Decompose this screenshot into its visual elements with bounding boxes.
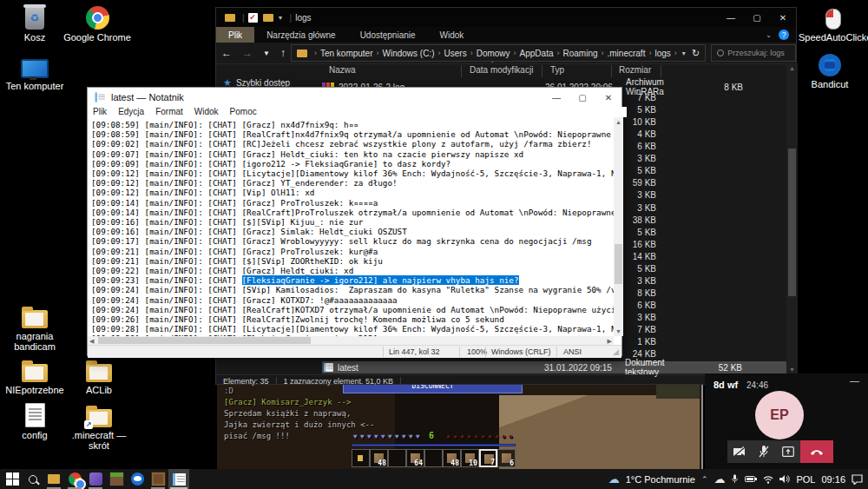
share-screen-button[interactable] <box>776 440 800 463</box>
addressbar-chevron-icon[interactable]: ▼ <box>681 50 687 56</box>
column-divider[interactable] <box>611 65 612 77</box>
scroll-left-icon[interactable]: ◀ <box>89 338 94 345</box>
checkmark-icon[interactable]: ✔ <box>248 13 258 23</box>
menu-edycja[interactable]: Edycja <box>118 107 144 117</box>
minimize-button[interactable]: — <box>718 8 744 27</box>
taskbar-search-button[interactable] <box>23 469 43 489</box>
hotbar-slot[interactable]: 10 <box>461 449 479 467</box>
column-header-nazwa[interactable]: Nazwa <box>329 65 356 75</box>
hotbar-slot[interactable] <box>424 449 443 467</box>
wifi-icon[interactable] <box>763 475 773 484</box>
explorer-titlebar[interactable]: | ✔ ▼ | logs — ▢ ✕ <box>216 8 796 27</box>
tray-expand-chevron-icon[interactable]: ⌃ <box>701 475 708 484</box>
desktop-icon-speedautoclicker[interactable]: SpeedAutoClicker <box>799 3 868 43</box>
help-icon[interactable]: ? <box>779 30 789 40</box>
column-divider[interactable] <box>661 65 661 77</box>
breadcrumb-segment[interactable]: .minecraft <box>608 49 646 58</box>
taskbar-app-crafting-table[interactable] <box>148 469 168 489</box>
explorer-vertical-scrollbar[interactable]: ▲ ▼ <box>786 63 798 374</box>
column-header-typ[interactable]: Typ <box>550 65 564 75</box>
scroll-down-icon[interactable]: ▼ <box>615 328 621 334</box>
column-header-data-modyfikacji[interactable]: Data modyfikacji <box>470 65 533 75</box>
minimize-button[interactable]: — <box>850 375 859 386</box>
resize-grip[interactable]: ◢ <box>613 347 619 356</box>
maximize-button[interactable]: ▢ <box>744 8 770 27</box>
chevron-icon[interactable]: › <box>556 49 559 57</box>
hotbar-slot[interactable]: 7 <box>479 449 497 467</box>
chevron-icon[interactable]: › <box>602 49 604 57</box>
column-header-rozmiar[interactable]: Rozmiar <box>619 65 651 75</box>
scroll-up-icon[interactable]: ▲ <box>615 119 621 125</box>
desktop-icon-google-chrome[interactable]: Google Chrome <box>62 3 132 43</box>
column-divider[interactable] <box>542 65 542 77</box>
desktop-icon--minecraft-skr-t[interactable]: ↗.minecraft — skrót <box>64 401 134 451</box>
menu-plik[interactable]: Plik <box>93 107 107 117</box>
onedrive-icon[interactable]: ☁ <box>713 472 725 486</box>
desktop-icon-ten-komputer[interactable]: Ten komputer <box>0 52 69 91</box>
scrollbar-thumb[interactable] <box>788 149 796 296</box>
menu-widok[interactable]: Widok <box>194 107 219 117</box>
chevron-icon[interactable]: › <box>377 49 379 57</box>
minecraft-window[interactable]: DISCONNECT :D[Gracz] Komisarz_Jerzyk -->… <box>217 385 703 469</box>
hotbar-slot[interactable]: 64 <box>406 449 424 467</box>
chevron-icon[interactable]: › <box>648 49 651 57</box>
ribbon-tab-udost-pnianie[interactable]: Udostępnianie <box>348 27 428 43</box>
start-button[interactable] <box>2 469 23 489</box>
hotbar-slot[interactable]: 48 <box>370 449 388 467</box>
scroll-down-icon[interactable]: ▼ <box>789 367 795 373</box>
taskbar-app-notepad[interactable] <box>168 469 189 489</box>
breadcrumb-segment[interactable]: Ten komputer <box>320 49 373 58</box>
breadcrumb-segment[interactable]: Users <box>444 49 467 58</box>
taskbar-app-chrome[interactable] <box>64 469 85 489</box>
scroll-up-icon[interactable]: ▲ <box>789 65 795 71</box>
address-bar[interactable]: › Ten komputer›Windows (C:)›Users›Domowy… <box>291 44 706 62</box>
desktop-icon-config[interactable]: config <box>0 401 69 440</box>
up-button[interactable]: ↑ <box>280 47 286 59</box>
scroll-right-icon[interactable]: ▶ <box>608 338 612 345</box>
notepad-vertical-scrollbar[interactable]: ▲ ▼ <box>614 117 623 336</box>
camera-off-button[interactable] <box>727 440 752 463</box>
scrollbar-thumb[interactable] <box>615 244 622 284</box>
back-button[interactable]: ← <box>221 47 232 59</box>
taskbar-app-minecraft-grass[interactable] <box>106 469 127 489</box>
clock[interactable]: 09:16 <box>821 474 845 485</box>
desktop-icon-bandicut[interactable]: Bandicut <box>795 50 865 89</box>
action-center-icon[interactable] <box>852 474 863 485</box>
weather-text[interactable]: 1°C Pochmurnie <box>626 474 695 485</box>
breadcrumb-segment[interactable]: Roaming <box>562 49 597 58</box>
search-box[interactable]: Przeszukaj: logs <box>711 44 796 62</box>
breadcrumb-segment[interactable]: Windows (C:) <box>383 49 435 58</box>
notepad-horizontal-scrollbar[interactable]: ◀ ▶ <box>88 336 614 345</box>
hotbar-slot[interactable]: 6 <box>497 449 516 467</box>
refresh-icon[interactable]: ↻ <box>692 48 700 59</box>
close-button[interactable]: ✕ <box>770 8 796 27</box>
mic-off-button[interactable] <box>752 440 776 463</box>
maximize-button[interactable]: ▢ <box>569 88 595 107</box>
notepad-titlebar[interactable]: latest — Notatnik — ▢ ✕ <box>88 88 621 107</box>
scrollbar-thumb[interactable] <box>98 337 311 344</box>
battery-icon[interactable] <box>745 475 757 483</box>
taskbar-app-purple-app[interactable] <box>85 469 106 489</box>
ribbon-tab-widok[interactable]: Widok <box>428 27 477 43</box>
weather-icon[interactable]: ☁ <box>608 472 620 486</box>
menu-pomoc[interactable]: Pomoc <box>230 107 257 117</box>
speaker-icon[interactable] <box>779 474 790 484</box>
desktop-icon-nagrania-bandicam[interactable]: nagrania bandicam <box>0 302 69 352</box>
folder-icon[interactable] <box>263 14 273 22</box>
selected-file-row[interactable]: latest 31.01.2022 09:15 Dokument tekstow… <box>322 361 786 373</box>
close-button[interactable]: ✕ <box>595 88 621 107</box>
desktop-icon-aclib[interactable]: ACLib <box>64 356 134 395</box>
hotbar-slot[interactable] <box>352 449 370 467</box>
desktop-icon-niepotrzebne[interactable]: NIEpotrzebne <box>0 356 69 395</box>
menu-format[interactable]: Format <box>155 107 183 117</box>
column-divider[interactable] <box>461 65 462 77</box>
language-indicator[interactable]: POL <box>796 474 815 485</box>
minimize-button[interactable]: — <box>543 88 569 107</box>
taskbar-app-file-explorer[interactable] <box>43 469 64 489</box>
hotbar-slot[interactable] <box>388 449 406 467</box>
notepad-text-area[interactable]: [09:08:59] [main/INFO]: [CHAT] [Gracz] n… <box>88 117 614 336</box>
breadcrumb-segment[interactable]: logs <box>654 49 670 58</box>
breadcrumb-segment[interactable]: Domowy <box>477 49 510 58</box>
chevron-icon[interactable]: › <box>674 49 677 57</box>
taskbar-app-blue-app[interactable] <box>127 469 148 489</box>
